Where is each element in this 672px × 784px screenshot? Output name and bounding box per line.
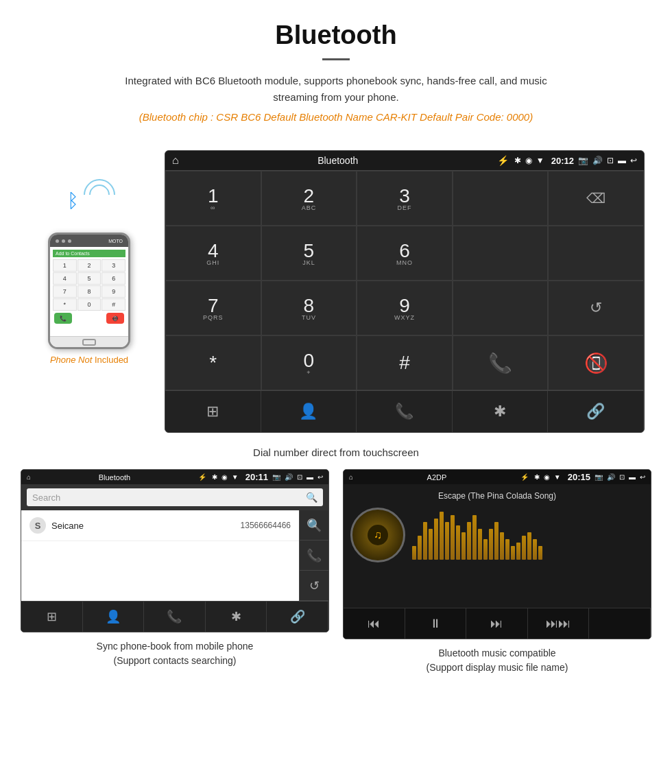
dial-key-5[interactable]: 5JKL — [261, 226, 357, 281]
phonebook-caption-line2: (Support contacts searching) — [114, 655, 237, 666]
pb-nav-grid[interactable]: ⊞ — [21, 602, 83, 632]
phone-brand: MOTO — [108, 239, 123, 243]
phone-key-5: 5 — [77, 272, 101, 285]
page-title: Bluetooth — [14, 21, 658, 50]
search-placeholder: Search — [32, 492, 60, 503]
skip-forward-button[interactable]: ⏭⏭ — [528, 608, 590, 639]
phone-dot — [56, 239, 59, 243]
pb-bt-icon: ✱ — [212, 473, 217, 481]
dial-key-star[interactable]: * — [165, 335, 261, 390]
prev-button[interactable]: ⏮ — [344, 608, 405, 639]
dial-key-6[interactable]: 6MNO — [357, 226, 453, 281]
music-screen: ⌂ A2DP ⚡ ✱ ◉ ▼ 20:15 📷 🔊 ⊡ ▬ ↩ Escape (T… — [343, 469, 651, 639]
music-split-icon: ▬ — [629, 473, 636, 481]
eq-bar — [423, 522, 427, 560]
dial-empty-2 — [453, 226, 549, 281]
dial-key-4[interactable]: 4GHI — [165, 226, 261, 281]
nav-contact-icon[interactable]: 👤 — [261, 391, 357, 432]
dial-key-7[interactable]: 7PQRS — [165, 281, 261, 335]
pb-nav-link[interactable]: 🔗 — [267, 602, 328, 632]
phone-dot2 — [62, 239, 65, 243]
music-note-icon: ♫ — [374, 529, 382, 541]
dialpad-grid: 1∞ 2ABC 3DEF ⌫ 4GHI 5JKL 6MNO 7PQRS 8TUV… — [165, 170, 644, 390]
wave2 — [77, 172, 121, 217]
dial-statusbar: ⌂ Bluetooth ⚡ ✱ ◉ ▼ 20:12 📷 🔊 ⊡ ▬ ↩ — [165, 151, 644, 170]
pb-split-icon: ▬ — [307, 473, 313, 481]
dial-end-button[interactable]: 📵 — [548, 335, 644, 390]
statusbar-right: ✱ ◉ ▼ 20:12 📷 🔊 ⊡ ▬ ↩ — [514, 156, 637, 166]
music-statusbar-right: ✱ ◉ ▼ 20:15 📷 🔊 ⊡ ▬ ↩ — [534, 472, 645, 482]
phone-key-1: 1 — [53, 259, 77, 272]
phone-key-7: 7 — [53, 285, 77, 298]
dial-refresh[interactable]: ↺ — [548, 281, 644, 335]
pb-time: 20:11 — [245, 472, 268, 482]
dial-backspace[interactable]: ⌫ — [548, 171, 644, 226]
eq-bar — [538, 546, 542, 560]
pb-loc-icon: ◉ — [221, 473, 228, 481]
nav-grid-icon[interactable]: ⊞ — [165, 391, 261, 432]
bluetooth-waves: ᛒ — [62, 178, 117, 226]
music-cam-icon: 📷 — [595, 473, 603, 481]
dial-key-3[interactable]: 3DEF — [357, 171, 453, 226]
dial-caption: Dial number direct from touchscreen — [0, 440, 672, 469]
phone-frame: MOTO Add to Contacts 1 2 3 4 5 6 7 8 9 *… — [48, 233, 130, 349]
dial-key-2[interactable]: 2ABC — [261, 171, 357, 226]
eq-bar — [472, 515, 477, 560]
phone-screen-header: Add to Contacts — [53, 250, 125, 257]
phone-top-bar: MOTO — [50, 235, 128, 247]
eq-bar — [412, 546, 416, 560]
dial-key-1[interactable]: 1∞ — [165, 171, 261, 226]
phonebook-caption-line1: Sync phone-book from mobile phone — [97, 641, 254, 652]
phonebook-block: ⌂ Bluetooth ⚡ ✱ ◉ ▼ 20:11 📷 🔊 ⊡ ▬ ↩ — [21, 469, 329, 675]
eq-bar — [445, 522, 449, 560]
music-block: ⌂ A2DP ⚡ ✱ ◉ ▼ 20:15 📷 🔊 ⊡ ▬ ↩ Escape (T… — [343, 469, 651, 675]
music-vol-icon: 🔊 — [607, 473, 615, 481]
dial-bottom-nav: ⊞ 👤 📞 ✱ 🔗 — [165, 390, 644, 432]
music-caption-line1: Bluetooth music compatible — [438, 648, 555, 658]
search-bar[interactable]: Search 🔍 — [27, 488, 323, 506]
phone-key-star: * — [53, 298, 77, 311]
phone-space — [80, 313, 98, 324]
contact-phone: 13566664466 — [241, 521, 291, 530]
eq-bar — [483, 539, 488, 560]
music-wifi-icon: ▼ — [554, 473, 561, 481]
statusbar-title: Bluetooth — [184, 155, 492, 166]
phone-call-row: 📞 📵 — [53, 311, 125, 325]
eq-bar — [434, 519, 438, 560]
music-content: Escape (The Pina Colada Song) ♫ — [344, 484, 651, 608]
nav-link-icon[interactable]: 🔗 — [548, 391, 644, 432]
pb-nav-contact[interactable]: 👤 — [83, 602, 145, 632]
dial-key-8[interactable]: 8TUV — [261, 281, 357, 335]
next-button[interactable]: ⏭ — [466, 608, 528, 639]
pb-refresh-action[interactable]: ↺ — [300, 571, 328, 601]
pb-home-icon: ⌂ — [27, 473, 31, 481]
pb-call-action[interactable]: 📞 — [300, 541, 328, 571]
phone-dot3 — [68, 239, 71, 243]
dial-key-hash[interactable]: # — [357, 335, 453, 390]
pb-usb-icon: ⚡ — [198, 473, 206, 481]
contact-list: S Seicane 13566664466 — [21, 510, 299, 601]
pb-search-action[interactable]: 🔍 — [300, 510, 328, 541]
contact-avatar: S — [29, 517, 46, 534]
phone-not-text: Phone Not — [50, 355, 95, 365]
phone-keypad-grid: 1 2 3 4 5 6 7 8 9 * 0 # — [53, 259, 125, 311]
statusbar-camera-icon: 📷 — [578, 156, 588, 165]
pb-back-icon: ↩ — [317, 473, 323, 481]
nav-bluetooth-icon[interactable]: ✱ — [453, 391, 549, 432]
pb-nav-phone[interactable]: 📞 — [144, 602, 206, 632]
dial-key-9[interactable]: 9WXYZ — [357, 281, 453, 335]
search-icon[interactable]: 🔍 — [306, 492, 317, 503]
nav-phone-icon[interactable]: 📞 — [357, 391, 453, 432]
pb-nav-bt[interactable]: ✱ — [206, 602, 267, 632]
statusbar-volume-icon: 🔊 — [592, 156, 603, 165]
play-pause-button[interactable]: ⏸ — [405, 608, 467, 639]
phonebook-bottom-nav: ⊞ 👤 📞 ✱ 🔗 — [21, 601, 328, 632]
dial-call-button[interactable]: 📞 — [453, 335, 549, 390]
eq-bar — [440, 512, 444, 560]
dial-key-0[interactable]: 0+ — [261, 335, 357, 390]
phone-key-9: 9 — [101, 285, 125, 298]
pb-title: Bluetooth — [36, 473, 193, 482]
statusbar-bluetooth-icon: ✱ — [514, 156, 521, 165]
phone-key-0: 0 — [77, 298, 101, 311]
table-row[interactable]: S Seicane 13566664466 — [21, 510, 299, 541]
